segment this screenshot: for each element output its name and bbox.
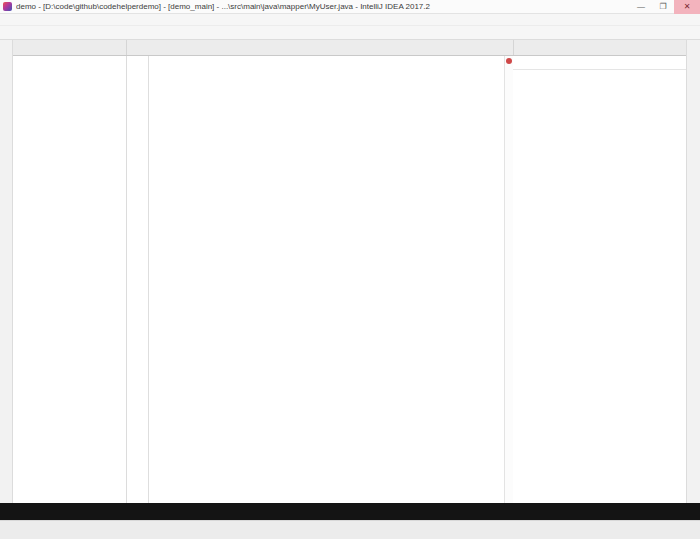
editor-gutter: [127, 56, 149, 503]
tab-row: [13, 40, 686, 56]
editor-tabs: [127, 40, 513, 55]
intellij-window: demo - [D:\code\github\codehelperdemo] -…: [0, 0, 700, 539]
menu-bar: [0, 14, 700, 26]
gradle-panel: [513, 56, 686, 503]
window-title: demo - [D:\code\github\codehelperdemo] -…: [16, 2, 630, 11]
gradle-toolbar: [513, 56, 686, 70]
error-stripe[interactable]: [504, 56, 513, 503]
maximize-button[interactable]: ❐: [652, 0, 674, 14]
gradle-panel-header[interactable]: [513, 40, 686, 55]
windows-taskbar: [0, 503, 700, 520]
project-panel-header[interactable]: [13, 40, 127, 55]
desktop-strip: [0, 520, 700, 539]
error-indicator-icon: [506, 58, 512, 64]
navigation-bar: [0, 26, 700, 40]
right-tool-strip: [686, 40, 700, 503]
project-tree: [13, 56, 127, 503]
intellij-logo-icon: [3, 2, 12, 11]
title-bar: demo - [D:\code\github\codehelperdemo] -…: [0, 0, 700, 14]
close-button[interactable]: ✕: [674, 0, 700, 14]
left-tool-strip: [0, 40, 13, 503]
minimize-button[interactable]: —: [630, 0, 652, 14]
gradle-tree: [513, 70, 686, 72]
code-editor[interactable]: [149, 56, 504, 503]
